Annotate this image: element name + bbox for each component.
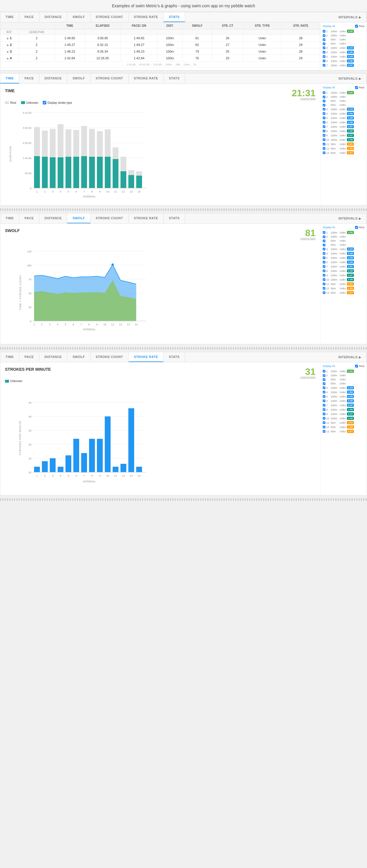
tab-stroke-count[interactable]: STROKE COUNT bbox=[90, 12, 129, 22]
swolf-rest-checkbox[interactable] bbox=[355, 226, 358, 229]
sidebar-checkbox[interactable] bbox=[323, 38, 326, 41]
time-tab-distance[interactable]: DISTANCE bbox=[39, 73, 67, 84]
sidebar-checkbox[interactable] bbox=[323, 125, 326, 128]
sidebar-checkbox[interactable] bbox=[323, 96, 326, 98]
sidebar-checkbox[interactable] bbox=[323, 147, 326, 150]
tab-swolf[interactable]: SWOLF bbox=[67, 12, 90, 22]
swolf-tab-pace[interactable]: PACE bbox=[19, 213, 39, 223]
swolf-y-axis-label: TIME + STROKE COUNT bbox=[19, 275, 22, 310]
rest-checkbox[interactable] bbox=[355, 25, 358, 28]
sidebar-checkbox[interactable] bbox=[323, 278, 326, 281]
time-rest-checkbox[interactable] bbox=[355, 86, 358, 89]
sidebar-checkbox[interactable] bbox=[323, 287, 326, 290]
time-tab-swolf[interactable]: SWOLF bbox=[67, 73, 90, 84]
time-tab-stroke-rate[interactable]: STROKE RATE bbox=[129, 73, 164, 84]
sidebar-checkbox[interactable] bbox=[323, 108, 326, 111]
swolf-tab-intervals[interactable]: INTERVALS ▶ bbox=[333, 213, 367, 223]
tab-distance[interactable]: DISTANCE bbox=[39, 12, 67, 22]
swolf-display-all[interactable]: Display All bbox=[323, 226, 335, 229]
sidebar-checkbox[interactable] bbox=[323, 256, 326, 259]
tab-stats[interactable]: STATS bbox=[164, 12, 185, 22]
sidebar-checkbox[interactable] bbox=[323, 91, 326, 94]
sidebar-checkbox[interactable] bbox=[323, 231, 326, 234]
sidebar-checkbox[interactable] bbox=[323, 248, 326, 250]
sidebar-checkbox[interactable] bbox=[323, 100, 326, 102]
svg-text:10: 10 bbox=[106, 474, 109, 477]
sidebar-checkbox[interactable] bbox=[323, 404, 326, 406]
sidebar-checkbox[interactable] bbox=[323, 236, 326, 238]
sidebar-checkbox[interactable] bbox=[323, 104, 326, 106]
time-tab-stats[interactable]: STATS bbox=[164, 73, 185, 84]
swolf-tab-stroke-rate[interactable]: STROKE RATE bbox=[129, 213, 164, 223]
time-tab-intervals[interactable]: INTERVALS ▶ bbox=[333, 73, 367, 84]
tab-pace[interactable]: PACE bbox=[19, 12, 39, 22]
sidebar-checkbox[interactable] bbox=[323, 378, 326, 381]
sidebar-checkbox[interactable] bbox=[323, 408, 326, 411]
swolf-tab-swolf[interactable]: SWOLF bbox=[67, 213, 90, 223]
tab-time[interactable]: TIME bbox=[0, 12, 19, 22]
sr-tab-stroke-rate[interactable]: STROKE RATE bbox=[129, 352, 164, 362]
sidebar-checkbox[interactable] bbox=[323, 60, 326, 62]
sidebar-checkbox[interactable] bbox=[323, 240, 326, 242]
tab-intervals[interactable]: INTERVALS ▶ bbox=[333, 12, 367, 22]
sidebar-checkbox[interactable] bbox=[323, 261, 326, 264]
display-stroke-type-checkbox[interactable] bbox=[43, 101, 46, 104]
time-display-all[interactable]: Display All bbox=[323, 86, 335, 89]
sidebar-checkbox[interactable] bbox=[323, 283, 326, 285]
sidebar-checkbox[interactable] bbox=[323, 382, 326, 385]
sidebar-checkbox[interactable] bbox=[323, 374, 326, 377]
sidebar-checkbox[interactable] bbox=[323, 55, 326, 58]
display-all-link[interactable]: Display All bbox=[323, 25, 335, 28]
sr-tab-swolf[interactable]: SWOLF bbox=[67, 352, 90, 362]
sidebar-checkbox[interactable] bbox=[323, 395, 326, 398]
swolf-tab-distance[interactable]: DISTANCE bbox=[39, 213, 67, 223]
sidebar-checkbox[interactable] bbox=[323, 244, 326, 246]
th-str-ct: STR. CT bbox=[212, 22, 243, 29]
sidebar-checkbox[interactable] bbox=[323, 34, 326, 37]
sr-tab-distance[interactable]: DISTANCE bbox=[39, 352, 67, 362]
sidebar-checkbox[interactable] bbox=[323, 265, 326, 268]
time-tab-stroke-count[interactable]: STROKE COUNT bbox=[90, 73, 129, 84]
sidebar-checkbox[interactable] bbox=[323, 138, 326, 141]
sidebar-checkbox[interactable] bbox=[323, 134, 326, 137]
sidebar-checkbox[interactable] bbox=[323, 274, 326, 277]
sidebar-checkbox[interactable] bbox=[323, 252, 326, 255]
th-str-type: STR. TYPE bbox=[243, 22, 281, 29]
sr-rest-checkbox[interactable] bbox=[355, 365, 358, 368]
sidebar-checkbox[interactable] bbox=[323, 112, 326, 115]
swolf-tab-stats[interactable]: STATS bbox=[164, 213, 185, 223]
sidebar-checkbox[interactable] bbox=[323, 46, 326, 49]
sr-tab-time[interactable]: TIME bbox=[0, 352, 19, 362]
time-tab-pace[interactable]: PACE bbox=[19, 73, 39, 84]
sidebar-checkbox[interactable] bbox=[323, 130, 326, 132]
sidebar-checkbox[interactable] bbox=[323, 421, 326, 424]
sidebar-checkbox[interactable] bbox=[323, 121, 326, 124]
sidebar-checkbox[interactable] bbox=[323, 426, 326, 428]
sidebar-checkbox[interactable] bbox=[323, 143, 326, 145]
sidebar-checkbox[interactable] bbox=[323, 270, 326, 272]
sidebar-checkbox[interactable] bbox=[323, 64, 326, 67]
sr-tab-stats[interactable]: STATS bbox=[164, 352, 185, 362]
swolf-tab-time[interactable]: TIME bbox=[0, 213, 19, 223]
sidebar-checkbox[interactable] bbox=[323, 386, 326, 389]
time-tab-time[interactable]: TIME bbox=[0, 73, 19, 84]
sidebar-checkbox[interactable] bbox=[323, 117, 326, 119]
sr-display-all[interactable]: Display All bbox=[323, 365, 335, 368]
sidebar-checkbox[interactable] bbox=[323, 430, 326, 433]
swolf-tab-stroke-count[interactable]: STROKE COUNT bbox=[90, 213, 129, 223]
sidebar-checkbox[interactable] bbox=[323, 400, 326, 402]
sidebar-row: 4 100m Unkn 1:08 bbox=[323, 390, 364, 394]
sidebar-checkbox[interactable] bbox=[323, 413, 326, 415]
sidebar-checkbox[interactable] bbox=[323, 51, 326, 54]
sidebar-checkbox[interactable] bbox=[323, 42, 326, 45]
sr-tab-pace[interactable]: PACE bbox=[19, 352, 39, 362]
tab-stroke-rate[interactable]: STROKE RATE bbox=[129, 12, 164, 22]
sr-tab-intervals[interactable]: INTERVALS ▶ bbox=[333, 352, 367, 362]
sidebar-checkbox[interactable] bbox=[323, 152, 326, 154]
sidebar-checkbox[interactable] bbox=[323, 391, 326, 394]
sr-tab-stroke-count[interactable]: STROKE COUNT bbox=[90, 352, 129, 362]
sidebar-checkbox[interactable] bbox=[323, 291, 326, 294]
sidebar-checkbox[interactable] bbox=[323, 417, 326, 420]
sidebar-checkbox[interactable] bbox=[323, 30, 326, 33]
sidebar-checkbox[interactable] bbox=[323, 370, 326, 372]
